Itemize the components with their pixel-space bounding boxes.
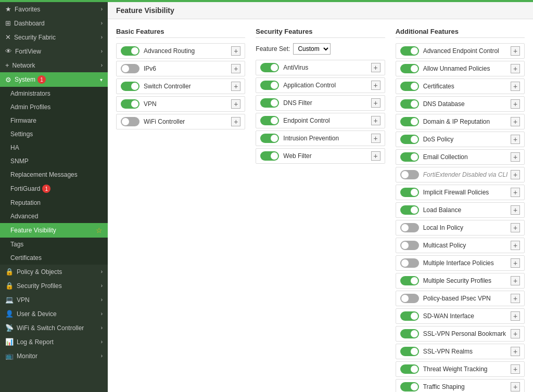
sidebar-item-wifi-switch[interactable]: 📡 WiFi & Switch Controller ›	[0, 321, 108, 335]
feature-add-btn[interactable]: +	[371, 81, 380, 90]
feature-add-btn[interactable]: +	[231, 46, 240, 56]
sidebar-item-monitor[interactable]: 📺 Monitor ›	[0, 349, 108, 363]
toggle-antivirus[interactable]	[260, 63, 279, 72]
toggle-implicit-firewall-policies[interactable]	[400, 188, 419, 197]
toggle-certificates[interactable]	[400, 82, 419, 91]
feature-add-btn[interactable]: +	[231, 99, 240, 109]
sidebar-item-feature-visibility[interactable]: Feature Visibility ☆	[0, 223, 108, 238]
feature-add-btn[interactable]: +	[511, 223, 520, 232]
toggle-switch-controller[interactable]	[121, 82, 139, 91]
toggle-threat-weight-tracking[interactable]	[400, 364, 419, 374]
sidebar-item-admin-profiles[interactable]: Admin Profiles	[0, 100, 108, 114]
feature-add-btn[interactable]: +	[371, 134, 380, 143]
toggle-advanced-routing[interactable]	[121, 46, 139, 56]
feature-label: Web Filter	[283, 152, 371, 160]
feature-label: FortiExtender Disabled via CLI	[423, 171, 511, 178]
toggle-advanced-endpoint-control[interactable]	[400, 46, 419, 56]
toggle-ssl-vpn-realms[interactable]	[400, 347, 419, 356]
toggle-domain-&-ip-reputation[interactable]	[400, 117, 419, 126]
system-icon: ⚙	[5, 76, 11, 84]
additional-features-list: Advanced Endpoint Control+Allow Unnamed …	[396, 43, 525, 392]
toggle-policy-based-ipsec-vpn[interactable]	[400, 294, 419, 303]
feature-add-btn[interactable]: +	[231, 64, 240, 73]
feature-add-btn[interactable]: +	[511, 329, 520, 338]
toggle-allow-unnamed-policies[interactable]	[400, 64, 419, 73]
feature-row: FortiExtender Disabled via CLI+	[396, 167, 525, 182]
toggle-endpoint-control[interactable]	[260, 116, 279, 125]
feature-add-btn[interactable]: +	[511, 382, 520, 391]
toggle-ssl-vpn-personal-bookmark[interactable]	[400, 329, 419, 338]
toggle-email-collection[interactable]	[400, 152, 419, 162]
sidebar-item-ha[interactable]: HA	[0, 141, 108, 154]
feature-label: Endpoint Control	[283, 117, 371, 124]
feature-add-btn[interactable]: +	[371, 116, 380, 125]
sidebar-item-snmp[interactable]: SNMP	[0, 154, 108, 168]
toggle-sd-wan-interface[interactable]	[400, 311, 419, 321]
toggle-application-control[interactable]	[260, 81, 279, 90]
feature-add-btn[interactable]: +	[371, 151, 380, 161]
feature-add-btn[interactable]: +	[511, 294, 520, 303]
toggle-ipv6[interactable]	[121, 64, 139, 73]
toggle-load-balance[interactable]	[400, 205, 419, 215]
feature-row: SD-WAN Interface+	[396, 308, 525, 324]
sidebar-item-reputation[interactable]: Reputation	[0, 196, 108, 210]
toggle-web-filter[interactable]	[260, 151, 279, 161]
feature-add-btn[interactable]: +	[511, 64, 520, 73]
sidebar-item-fortiguard[interactable]: FortiGuard 1	[0, 181, 108, 196]
feature-row: Advanced Routing+	[116, 43, 245, 59]
toggle-multiple-security-profiles[interactable]	[400, 276, 419, 285]
feature-add-btn[interactable]: +	[511, 241, 520, 250]
feature-add-btn[interactable]: +	[511, 276, 520, 285]
sidebar-item-settings[interactable]: Settings	[0, 127, 108, 141]
sidebar-item-favorites[interactable]: ★ Favorites ›	[0, 2, 108, 16]
toggle-local-in-policy[interactable]	[400, 223, 419, 232]
feature-add-btn[interactable]: +	[371, 63, 380, 72]
sidebar-item-log-report[interactable]: 📊 Log & Report ›	[0, 335, 108, 349]
feature-add-btn[interactable]: +	[511, 205, 520, 215]
feature-add-btn[interactable]: +	[511, 135, 520, 144]
sidebar-item-network[interactable]: + Network ›	[0, 58, 108, 72]
toggle-vpn[interactable]	[121, 99, 139, 109]
feature-add-btn[interactable]: +	[511, 46, 520, 56]
feature-add-btn[interactable]: +	[511, 170, 520, 179]
sidebar-item-administrators[interactable]: Administrators	[0, 87, 108, 100]
feature-add-btn[interactable]: +	[511, 99, 520, 109]
additional-features-title: Additional Features	[396, 28, 525, 38]
toggle-traffic-shaping[interactable]	[400, 382, 419, 391]
sidebar-item-tags[interactable]: Tags	[0, 238, 108, 251]
sidebar-item-advanced[interactable]: Advanced	[0, 210, 108, 223]
feature-add-btn[interactable]: +	[511, 117, 520, 126]
toggle-dns-filter[interactable]	[260, 98, 279, 108]
sidebar-item-fortiview[interactable]: 👁 FortiView ›	[0, 44, 108, 58]
feature-add-btn[interactable]: +	[511, 311, 520, 321]
sidebar-item-system[interactable]: ⚙ System 1 ▾	[0, 72, 108, 87]
toggle-fortiextender[interactable]	[400, 170, 419, 179]
feature-add-btn[interactable]: +	[511, 82, 520, 91]
sidebar-item-certificates[interactable]: Certificates	[0, 251, 108, 265]
sidebar-item-replacement-messages[interactable]: Replacement Messages	[0, 168, 108, 181]
feature-set-select[interactable]: Custom NGFW Carrier	[293, 43, 331, 55]
feature-add-btn[interactable]: +	[231, 82, 240, 91]
feature-row: SSL-VPN Personal Bookmark+	[396, 326, 525, 342]
sidebar-item-user-device[interactable]: 👤 User & Device ›	[0, 307, 108, 321]
sidebar-item-dashboard[interactable]: ⊞ Dashboard ›	[0, 16, 108, 30]
toggle-intrusion-prevention[interactable]	[260, 134, 279, 143]
sidebar-item-security-profiles[interactable]: 🔒 Security Profiles ›	[0, 279, 108, 293]
toggle-dos-policy[interactable]	[400, 135, 419, 144]
feature-add-btn[interactable]: +	[371, 98, 380, 108]
sidebar-item-policy-objects[interactable]: 🔒 Policy & Objects ›	[0, 265, 108, 279]
sidebar-item-security-fabric[interactable]: ✕ Security Fabric ›	[0, 30, 108, 44]
toggle-wifi-controller[interactable]	[121, 117, 139, 126]
toggle-multicast-policy[interactable]	[400, 241, 419, 250]
toggle-multiple-interface-policies[interactable]	[400, 258, 419, 268]
sidebar-item-firmware[interactable]: Firmware	[0, 114, 108, 127]
policy-objects-icon: 🔒	[5, 268, 14, 276]
toggle-dns-database[interactable]	[400, 99, 419, 109]
feature-add-btn[interactable]: +	[511, 188, 520, 197]
feature-add-btn[interactable]: +	[231, 117, 240, 126]
feature-add-btn[interactable]: +	[511, 347, 520, 356]
feature-add-btn[interactable]: +	[511, 364, 520, 374]
feature-add-btn[interactable]: +	[511, 152, 520, 162]
sidebar-item-vpn[interactable]: 💻 VPN ›	[0, 293, 108, 307]
feature-add-btn[interactable]: +	[511, 258, 520, 268]
